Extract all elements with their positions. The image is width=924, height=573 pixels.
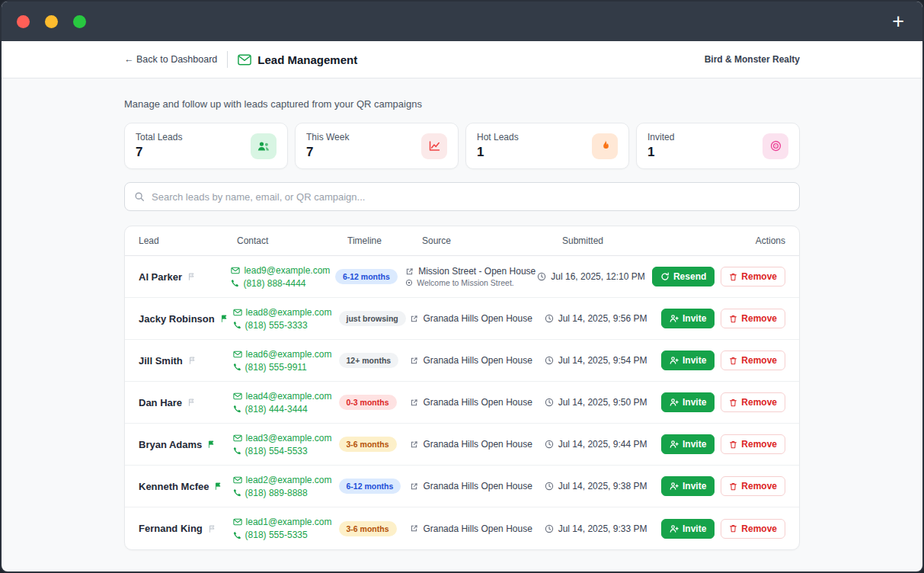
source-name: Granada Hills Open House [423, 313, 532, 324]
minimize-button[interactable] [45, 15, 58, 28]
search-input[interactable] [152, 191, 790, 203]
table-row: Kenneth Mcfee lead2@example.com [125, 466, 799, 507]
email-text: lead6@example.com [246, 349, 332, 360]
timeline-badge: 3-6 months [339, 521, 397, 536]
company-name: Bird & Monster Realty [705, 54, 800, 65]
stat-value: 1 [477, 145, 519, 160]
phone-text: (818) 555-3333 [245, 320, 308, 331]
timeline-badge: 0-3 months [339, 395, 397, 410]
remove-button[interactable]: Remove [721, 267, 785, 286]
trash-icon [729, 315, 737, 323]
clock-icon [537, 272, 546, 281]
invite-button[interactable]: Invite [661, 309, 715, 328]
timeline-badge: just browsing [339, 311, 406, 326]
email-link[interactable]: lead2@example.com [233, 475, 339, 485]
remove-button[interactable]: Remove [721, 309, 785, 328]
source-name: Granada Hills Open House [423, 481, 532, 491]
remove-label: Remove [741, 314, 777, 323]
resend-button[interactable]: Resend [652, 267, 715, 286]
source-name: Granada Hills Open House [423, 397, 532, 408]
remove-label: Remove [741, 356, 777, 365]
stat-label: Invited [647, 132, 674, 142]
invite-button[interactable]: Invite [661, 351, 715, 370]
source-name: Granada Hills Open House [423, 439, 532, 450]
clock-icon [545, 440, 554, 449]
leads-table: Lead Contact Timeline Source Submitted A… [124, 226, 800, 550]
email-link[interactable]: lead8@example.com [233, 307, 339, 318]
phone-link[interactable]: (818) 555-5335 [233, 530, 339, 540]
external-link-icon [410, 440, 418, 449]
envelope-icon [233, 309, 242, 316]
location-icon [405, 279, 413, 286]
phone-link[interactable]: (818) 555-3333 [233, 320, 339, 331]
clock-icon [545, 314, 554, 323]
envelope-icon [233, 392, 242, 400]
clock-icon [545, 524, 554, 533]
remove-label: Remove [741, 482, 777, 491]
zoom-button[interactable] [73, 15, 86, 28]
close-button[interactable] [17, 15, 30, 28]
lead-name: Fernand King [139, 523, 203, 534]
envelope-icon [238, 54, 251, 66]
invite-button[interactable]: Invite [661, 434, 715, 454]
stat-label: Total Leads [136, 132, 182, 142]
new-tab-button[interactable]: + [889, 11, 907, 32]
clock-icon [545, 482, 554, 491]
lead-name: Dan Hare [139, 397, 182, 408]
phone-text: (818) 554-5533 [245, 446, 308, 456]
phone-link[interactable]: (818) 555-9911 [233, 362, 339, 373]
phone-text: (818) 555-9911 [245, 362, 307, 373]
remove-button[interactable]: Remove [721, 519, 785, 539]
nav-divider [227, 51, 228, 68]
remove-button[interactable]: Remove [721, 434, 785, 454]
email-link[interactable]: lead1@example.com [233, 517, 339, 527]
action-label: Invite [683, 524, 706, 533]
resend-icon [660, 272, 670, 281]
invite-button[interactable]: Invite [661, 476, 715, 496]
email-link[interactable]: lead9@example.com [231, 265, 334, 276]
phone-icon [233, 488, 241, 497]
submitted-text: Jul 14, 2025, 9:56 PM [558, 313, 647, 324]
submitted-text: Jul 14, 2025, 9:44 PM [558, 439, 647, 450]
stat-value: 7 [136, 145, 182, 160]
envelope-icon [233, 351, 242, 358]
stat-label: Hot Leads [477, 132, 519, 142]
submitted-text: Jul 14, 2025, 9:38 PM [558, 481, 647, 491]
remove-label: Remove [741, 524, 777, 533]
remove-button[interactable]: Remove [721, 351, 785, 370]
navbar: ← Back to Dashboard Lead Management Bird… [2, 41, 922, 78]
back-to-dashboard-link[interactable]: ← Back to Dashboard [124, 54, 217, 65]
invite-icon [670, 398, 679, 407]
email-link[interactable]: lead3@example.com [233, 433, 339, 443]
external-link-icon [410, 357, 418, 365]
users-icon [251, 133, 277, 159]
table-row: Bryan Adams lead3@example.com [125, 424, 799, 466]
flag-icon [220, 314, 229, 323]
source-note: Welcome to Mission Street. [405, 278, 537, 287]
phone-link[interactable]: (818) 888-4444 [231, 278, 334, 289]
remove-label: Remove [741, 272, 777, 281]
remove-button[interactable]: Remove [721, 476, 785, 496]
phone-link[interactable]: (818) 444-3444 [233, 404, 339, 415]
invite-button[interactable]: Invite [661, 519, 715, 539]
remove-button[interactable]: Remove [721, 392, 785, 412]
timeline-badge: 12+ months [339, 353, 399, 368]
invite-icon [670, 524, 679, 533]
source-name: Mission Street - Open House [418, 266, 536, 277]
envelope-icon [231, 267, 240, 274]
phone-text: (818) 888-4444 [243, 278, 305, 289]
timeline-badge: 3-6 months [339, 437, 397, 452]
email-link[interactable]: lead4@example.com [233, 391, 339, 402]
phone-link[interactable]: (818) 889-8888 [233, 488, 339, 498]
lead-name: Kenneth Mcfee [139, 481, 209, 492]
action-label: Invite [683, 398, 706, 407]
submitted-text: Jul 14, 2025, 9:33 PM [558, 523, 647, 534]
phone-link[interactable]: (818) 554-5533 [233, 446, 339, 456]
flag-icon [187, 398, 196, 407]
email-link[interactable]: lead6@example.com [233, 349, 339, 360]
flag-icon [207, 440, 216, 449]
invite-button[interactable]: Invite [661, 392, 715, 412]
action-label: Invite [683, 356, 706, 365]
page-title: Lead Management [257, 53, 357, 66]
main-content: Manage and follow up with leads captured… [2, 78, 922, 571]
